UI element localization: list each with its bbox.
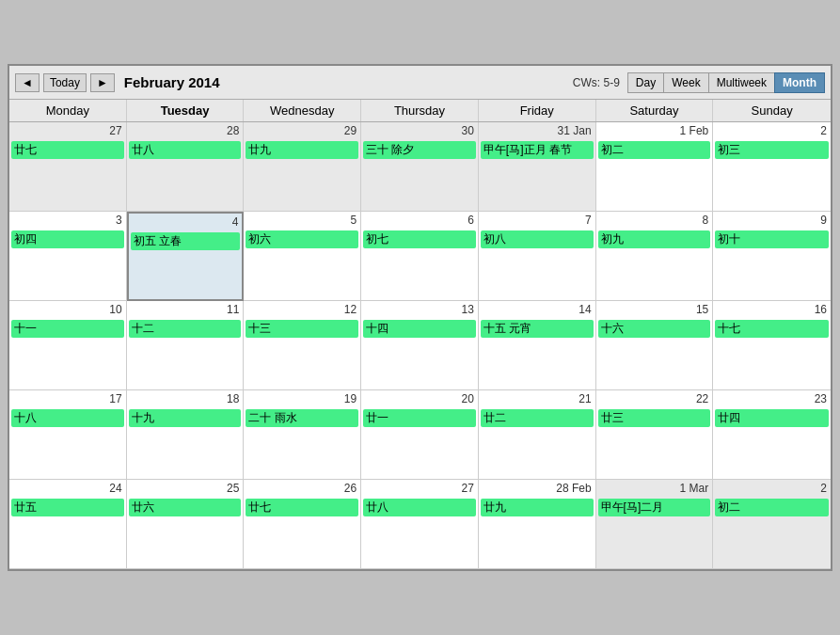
day-cell[interactable]: 28 Feb廿九: [479, 480, 596, 569]
day-number: 31 Jan: [481, 124, 594, 139]
day-cell[interactable]: 2初二: [713, 480, 831, 569]
day-cell[interactable]: 19二十 雨水: [244, 390, 361, 480]
day-cell[interactable]: 26廿七: [244, 480, 361, 569]
day-cell[interactable]: 24廿五: [9, 480, 127, 569]
lunar-label: 十九: [129, 409, 242, 427]
lunar-label: 初九: [598, 230, 711, 248]
lunar-label: 廿一: [363, 409, 476, 427]
lunar-label: 初十: [715, 230, 829, 248]
weekday-friday: Friday: [479, 100, 596, 121]
view-multiweek-button[interactable]: Multiweek: [708, 72, 774, 93]
day-number: 4: [131, 215, 241, 230]
day-cell[interactable]: 3初四: [9, 212, 127, 301]
lunar-label: 廿九: [246, 141, 358, 159]
day-cell[interactable]: 9初十: [713, 212, 831, 301]
day-number: 6: [363, 214, 476, 229]
day-number: 23: [715, 392, 829, 407]
lunar-label: 甲午[马]二月: [598, 499, 711, 516]
lunar-label: 甲午[马]正月 春节: [481, 141, 594, 159]
day-cell[interactable]: 12十三: [244, 301, 361, 390]
day-cell[interactable]: 14十五 元宵: [479, 301, 596, 390]
day-number: 25: [129, 482, 242, 497]
lunar-label: 初八: [481, 230, 594, 248]
lunar-label: 初二: [598, 141, 711, 159]
lunar-label: 三十 除夕: [363, 141, 476, 159]
day-cell[interactable]: 2初三: [713, 122, 831, 212]
day-number: 15: [598, 303, 711, 318]
prev-button[interactable]: ◄: [15, 73, 40, 92]
day-cell[interactable]: 31 Jan甲午[马]正月 春节: [479, 122, 596, 212]
day-cell[interactable]: 23廿四: [713, 390, 831, 480]
day-number: 28 Feb: [481, 482, 594, 497]
day-cell[interactable]: 27廿八: [361, 480, 479, 569]
day-cell[interactable]: 13十四: [361, 301, 479, 390]
day-number: 2: [715, 124, 829, 139]
view-week-button[interactable]: Week: [663, 72, 707, 93]
day-cell[interactable]: 27廿七: [9, 122, 127, 212]
day-cell[interactable]: 17十八: [9, 390, 127, 480]
day-cell[interactable]: 22廿三: [596, 390, 714, 480]
day-cell[interactable]: 30三十 除夕: [361, 122, 479, 212]
lunar-label: 廿八: [129, 141, 242, 159]
day-number: 14: [481, 303, 594, 318]
day-number: 24: [11, 482, 124, 497]
day-number: 21: [481, 392, 594, 407]
weekday-tuesday: Tuesday: [127, 100, 245, 121]
cw-info: CWs: 5-9: [573, 76, 620, 89]
day-cell[interactable]: 1 Mar甲午[马]二月: [596, 480, 714, 569]
lunar-label: 十七: [715, 320, 829, 338]
day-cell[interactable]: 8初九: [596, 212, 714, 301]
day-number: 30: [363, 124, 476, 139]
day-cell[interactable]: 25廿六: [127, 480, 245, 569]
day-number: 12: [246, 303, 358, 318]
lunar-label: 二十 雨水: [246, 409, 358, 427]
today-button[interactable]: Today: [43, 73, 87, 92]
day-number: 27: [363, 482, 476, 497]
day-number: 13: [363, 303, 476, 318]
weekday-monday: Monday: [9, 100, 127, 121]
day-number: 26: [246, 482, 358, 497]
day-cell[interactable]: 28廿八: [127, 122, 245, 212]
weekday-headers: Monday Tuesday Wednesday Thursday Friday…: [9, 100, 831, 122]
day-number: 3: [11, 214, 124, 229]
day-cell[interactable]: 1 Feb初二: [596, 122, 714, 212]
lunar-label: 十五 元宵: [481, 320, 594, 338]
lunar-label: 初四: [11, 230, 124, 248]
day-number: 19: [246, 392, 358, 407]
day-cell[interactable]: 10十一: [9, 301, 127, 390]
day-cell[interactable]: 15十六: [596, 301, 714, 390]
next-button[interactable]: ►: [90, 73, 115, 92]
day-number: 7: [481, 214, 594, 229]
weekday-sunday: Sunday: [713, 100, 831, 121]
weekday-saturday: Saturday: [596, 100, 714, 121]
day-cell[interactable]: 21廿二: [479, 390, 596, 480]
day-number: 20: [363, 392, 476, 407]
lunar-label: 十四: [363, 320, 476, 338]
day-number: 10: [11, 303, 124, 318]
day-number: 27: [11, 124, 124, 139]
day-cell[interactable]: 7初八: [479, 212, 596, 301]
day-number: 22: [598, 392, 711, 407]
lunar-label: 初三: [715, 141, 829, 159]
day-cell[interactable]: 16十七: [713, 301, 831, 390]
day-number: 29: [246, 124, 358, 139]
nav-buttons: ◄ Today ►: [15, 73, 115, 92]
lunar-label: 初七: [363, 230, 476, 248]
day-cell[interactable]: 4初五 立春: [127, 212, 245, 301]
lunar-label: 廿九: [481, 499, 594, 516]
day-cell[interactable]: 20廿一: [361, 390, 479, 480]
day-number: 8: [598, 214, 711, 229]
day-cell[interactable]: 6初七: [361, 212, 479, 301]
view-buttons: Day Week Multiweek Month: [627, 72, 825, 93]
day-cell[interactable]: 5初六: [244, 212, 361, 301]
day-cell[interactable]: 29廿九: [244, 122, 361, 212]
view-month-button[interactable]: Month: [774, 72, 825, 93]
day-number: 2: [715, 482, 829, 497]
lunar-label: 初二: [715, 499, 829, 516]
lunar-label: 十六: [598, 320, 711, 338]
day-cell[interactable]: 18十九: [127, 390, 245, 480]
lunar-label: 廿五: [11, 499, 124, 516]
view-day-button[interactable]: Day: [627, 72, 663, 93]
weekday-wednesday: Wednesday: [244, 100, 361, 121]
day-cell[interactable]: 11十二: [127, 301, 245, 390]
